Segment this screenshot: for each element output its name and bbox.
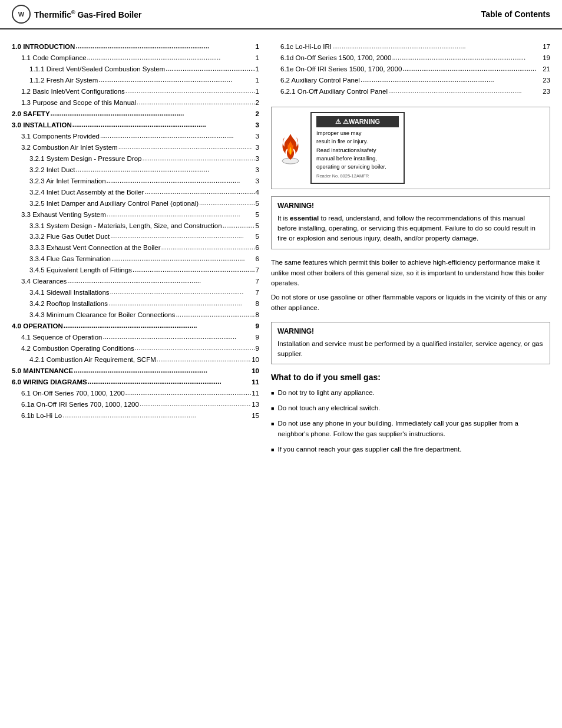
smell-gas-title: What to do if you smell gas: [271,373,550,382]
logo-icon: W [12,5,31,24]
toc-page: 5 [256,231,259,242]
toc-page: 3 [256,131,259,142]
toc-dots: ........................................… [110,230,254,242]
toc-page: 15 [252,410,259,421]
toc-item-label: 3.4.2 Rooftop Installations [29,298,108,309]
header-section-label: Table of Contents [481,9,550,19]
toc-page: 6 [256,253,259,265]
warning-sign-text-box: ⚠WARNING Improper use mayresult in fire … [310,112,405,184]
toc-item-label: 2.0 SAFETY [12,108,50,120]
toc-item-label: 1.3 Purpose and Scope of this Manual [21,97,136,108]
toc-page: 3 [256,120,259,131]
toc-page: 23 [543,86,550,97]
toc-item: 3.3.2 Flue Gas Outlet Duct..............… [12,231,259,242]
toc-dots: ........................................… [107,209,255,220]
toc-list: 1.0 INTRODUCTION........................… [12,41,259,421]
toc-item-label: 6.1b Lo-Hi Lo [21,410,62,421]
warning-box-2: WARNING! Installation and service must b… [271,322,550,365]
toc-page: 1 [256,75,259,86]
toc-item: 3.3.1 System Design - Materials, Length,… [12,220,259,232]
toc-item: 6.0 WIRING DIAGRAMS.....................… [12,377,259,388]
toc-item: 3.0 INSTALLATION........................… [12,120,259,131]
toc-item-label: 6.2.1 On-Off Auxiliary Control Panel [280,86,388,97]
toc-item-label: 1.2 Basic Inlet/Vent Configurations [21,86,125,97]
toc-page: 17 [543,41,550,52]
toc-item-label: 1.1 Code Compliance [21,52,87,64]
toc-item-label: 3.3.4 Flue Gas Termination [29,253,111,265]
right-column: 6.1c Lo-Hi-Lo IRI ......................… [271,41,550,459]
toc-item: 3.4.2 Rooftop Installations.............… [12,298,259,309]
toc-page: 19 [543,52,550,64]
toc-dots: ........................................… [223,220,255,231]
toc-item-label: 3.4 Clearances [21,276,67,287]
toc-dots: ........................................… [87,52,255,63]
toc-dots: ........................................… [332,41,542,52]
toc-item-label: 3.2.4 Inlet Duct Assembly at the Boiler [29,187,144,198]
toc-item: 4.0 OPERATION ..........................… [12,321,259,332]
header-left: W Thermific® Gas-Fired Boiler [12,5,141,24]
warning-box1-title: WARNING! [277,202,544,210]
toc-item-label: 5.0 MAINTENANCE [12,365,73,377]
toc-item-label: 3.3.1 System Design - Materials, Length,… [29,220,222,232]
main-content: 1.0 INTRODUCTION........................… [0,29,562,471]
toc-page: 7 [256,287,259,298]
toc-dots: ........................................… [74,365,251,376]
toc-dots: ........................................… [137,97,255,108]
toc-dots: ........................................… [64,320,255,331]
toc-item-label: 1.0 INTRODUCTION [12,41,75,52]
toc-dots: ........................................… [98,74,254,85]
smell-gas-item: If you cannot reach your gas supplier ca… [271,444,550,455]
toc-page: 5 [256,198,259,209]
toc-page: 10 [252,354,259,365]
toc-dots: ........................................… [67,275,254,286]
toc-item-label: 3.3.2 Flue Gas Outlet Duct [29,231,110,242]
toc-item-label: 4.2 Combustion Operating Conditions [21,343,134,354]
toc-page: 5 [256,220,259,232]
toc-item-label: 1.1.1 Direct Vent/Sealed Combustion Syst… [29,64,165,75]
toc-dots: ........................................… [72,119,255,130]
toc-page: 10 [252,365,259,377]
toc-page: 11 [252,377,259,388]
toc-page: 9 [256,321,259,332]
toc-item: 4.1 Sequence of Operation ..............… [12,332,259,343]
warning-image-box: ⚠WARNING Improper use mayresult in fire … [271,107,550,189]
toc-dots: ........................................… [176,309,254,320]
toc-page: 2 [256,97,259,108]
toc-page: 9 [256,332,259,343]
toc-item: 2.0 SAFETY .............................… [12,108,259,120]
toc-page: 8 [256,309,259,321]
toc-item: 3.2.3 Air Inlet Termination ............… [12,176,259,187]
toc-dots: ........................................… [142,153,254,164]
toc-item-label: 3.2.2 Inlet Duct [29,164,75,176]
toc-item: 6.1a On-Off IRI Series 700, 1000, 1200..… [12,399,259,410]
warning-box-1: WARNING! It is essential to read, unders… [271,196,550,249]
body-paragraph: Do not store or use gasoline or other fl… [271,292,550,314]
toc-item: 6.2.1 On-Off Auxiliary Control Panel ...… [271,86,550,97]
toc-item: 6.1e On-Off IRI Series 1500, 1700, 2000.… [271,64,550,75]
warning-bold: essential [290,215,319,222]
toc-dots: ........................................… [75,164,254,175]
toc-item: 3.3.3 Exhaust Vent Connection at the Boi… [12,242,259,253]
body-paragraph: The same features which permit this boil… [271,258,550,289]
toc-page: 3 [256,164,259,176]
toc-item: 4.2.1 Combustion Air Requirement, SCFM..… [12,354,259,365]
smell-gas-item: Do not use any phone in your building. I… [271,419,550,440]
toc-item-label: 4.0 OPERATION [12,321,63,332]
toc-item-label: 3.2.3 Air Inlet Termination [29,176,106,187]
toc-page: 3 [256,142,259,153]
smell-gas-list: Do not try to light any appliance.Do not… [271,388,550,454]
toc-item: 3.2.4 Inlet Duct Assembly at the Boiler.… [12,187,259,198]
page-header: W Thermific® Gas-Fired Boiler Table of C… [0,0,562,29]
toc-item: 6.1 On-Off Series 700, 1000, 1200.......… [12,388,259,399]
toc-item: 3.4 Clearances..........................… [12,276,259,287]
toc-item: 3.4.3 Minimum Clearance for Boiler Conne… [12,309,259,321]
toc-item: 1.1.1 Direct Vent/Sealed Combustion Syst… [12,64,259,75]
toc-page: 7 [256,276,259,287]
warning-sign-line: Read instructions/safety [316,146,399,154]
toc-item: 4.2 Combustion Operating Conditions.....… [12,343,259,354]
toc-item-label: 3.1 Components Provided [21,131,100,142]
toc-page: 5 [256,209,259,220]
header-title: Thermific® Gas-Fired Boiler [34,9,141,19]
toc-item-label: 3.2 Combustion Air Inlet System [21,142,118,153]
toc-item-label: 3.3 Exhaust Venting System [21,209,106,220]
